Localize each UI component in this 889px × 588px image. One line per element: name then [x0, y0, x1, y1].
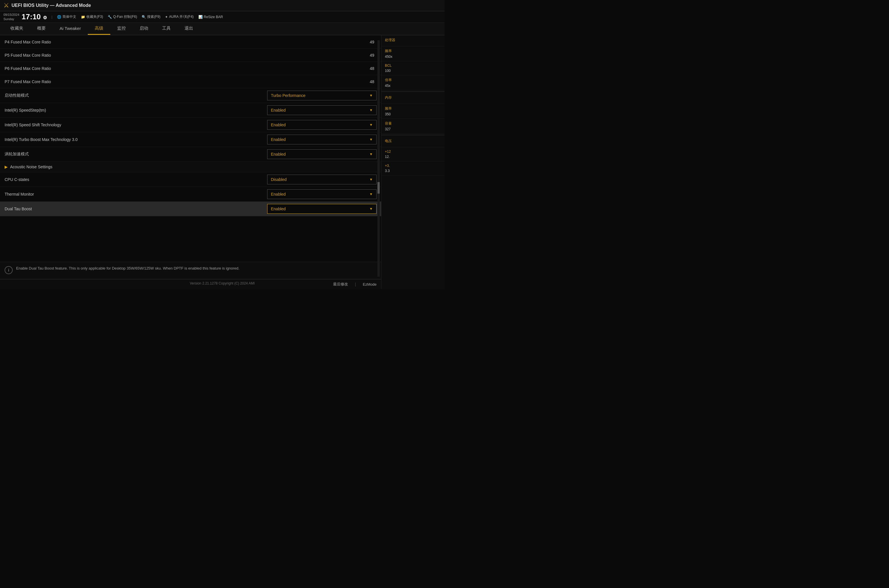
- language-item[interactable]: 🌐 简体中文: [57, 14, 76, 19]
- thermal-monitor-value: Enabled: [271, 192, 286, 196]
- sidebar-12v-section: +12 12.: [381, 147, 444, 161]
- aura-icon: ✦: [165, 15, 168, 19]
- turbo-accel-dropdown[interactable]: Enabled ▼: [267, 149, 376, 159]
- dual-tau-label: Dual Tau Boost: [5, 207, 267, 211]
- turbo-boost-label: Intel(R) Turbo Boost Max Technology 3.0: [5, 137, 267, 142]
- cpu-cstates-label: CPU C-states: [5, 177, 267, 182]
- scroll-bar[interactable]: [378, 40, 380, 277]
- sidebar-capacity-section: 容量 327: [381, 119, 444, 134]
- settings-icon[interactable]: ⚙: [43, 15, 47, 20]
- table-row: Dual Tau Boost Enabled ▼: [0, 202, 381, 216]
- table-row: P7 Fused Max Core Ratio 48: [0, 75, 381, 88]
- nav-tools[interactable]: 工具: [155, 23, 177, 35]
- chevron-down-icon: ▼: [369, 192, 373, 196]
- sidebar-voltage-section: 电压: [381, 136, 444, 147]
- nav-advanced[interactable]: 高级: [88, 23, 110, 35]
- speedstep-value: Enabled: [271, 108, 286, 112]
- time-display: 17:10 ⚙: [22, 12, 47, 21]
- sidebar-3v-section: +3. 3.3: [381, 161, 444, 176]
- last-modified-button[interactable]: 最后修改: [333, 282, 348, 287]
- sidebar-capacity-label: 容量: [385, 121, 441, 126]
- sidebar-multiplier-section: 倍率 45x: [381, 75, 444, 90]
- settings-area: P4 Fused Max Core Ratio 49 P5 Fused Max …: [0, 35, 381, 262]
- speedstep-label: Intel(R) SpeedStep(tm): [5, 108, 267, 112]
- boot-perf-label: 启动性能模式: [5, 93, 267, 98]
- acoustic-section-header[interactable]: ▶ Acoustic Noise Settings: [0, 162, 381, 172]
- sidebar-freq-label: 频率: [385, 49, 441, 54]
- table-row: Intel(R) Speed Shift Technology Enabled …: [0, 118, 381, 132]
- chevron-down-icon: ▼: [369, 108, 373, 112]
- cpu-cstates-value: Disabled: [271, 177, 286, 182]
- p4-value: 49: [353, 40, 376, 44]
- p7-value: 48: [353, 80, 376, 84]
- sidebar-capacity-value: 327: [385, 127, 441, 131]
- table-row: Intel(R) SpeedStep(tm) Enabled ▼: [0, 103, 381, 118]
- table-row: Thermal Monitor Enabled ▼: [0, 187, 381, 202]
- p4-label: P4 Fused Max Core Ratio: [5, 40, 353, 44]
- sidebar-bcl-section: BCL 100: [381, 61, 444, 75]
- sidebar-3v-label: +3.: [385, 164, 441, 168]
- sidebar-cpu-label: 处理器: [385, 38, 441, 43]
- speed-shift-dropdown[interactable]: Enabled ▼: [267, 120, 376, 130]
- sidebar-bcl-value: 100: [385, 69, 441, 73]
- dual-tau-dropdown[interactable]: Enabled ▼: [267, 204, 376, 214]
- sidebar-12v-label: +12: [385, 150, 441, 154]
- resize-bar-item[interactable]: 📊 ReSize BAR: [199, 15, 223, 19]
- sidebar-divider-1: [381, 92, 444, 92]
- turbo-boost-dropdown[interactable]: Enabled ▼: [267, 135, 376, 144]
- sidebar-cpu-section: 处理器: [381, 35, 444, 46]
- sidebar-mem-freq-label: 频率: [385, 106, 441, 111]
- footer-divider: |: [355, 282, 356, 286]
- chevron-down-icon: ▼: [369, 138, 373, 141]
- statusbar: 09/15/2024 Sunday 17:10 ⚙ | 🌐 简体中文 📁 收藏夹…: [0, 11, 444, 23]
- sidebar-mem-freq-value: 350: [385, 112, 441, 116]
- nav-exit[interactable]: 退出: [177, 23, 200, 35]
- nav-favorites[interactable]: 收藏夹: [3, 23, 30, 35]
- nav-ai-tweaker[interactable]: Ai Tweaker: [53, 23, 88, 34]
- scroll-thumb[interactable]: [378, 182, 380, 194]
- statusbar-divider: |: [51, 15, 53, 19]
- boot-perf-value: Turbo Performance: [271, 93, 305, 98]
- sidebar-mem-freq-section: 频率 350: [381, 104, 444, 119]
- table-row: 启动性能模式 Turbo Performance ▼: [0, 88, 381, 103]
- turbo-accel-value: Enabled: [271, 152, 286, 156]
- search-icon: 🔍: [141, 15, 146, 19]
- sidebar-divider-2: [381, 135, 444, 135]
- sidebar-multiplier-value: 45x: [385, 84, 441, 88]
- dual-tau-value: Enabled: [271, 207, 286, 211]
- ez-mode-button[interactable]: EzMode: [363, 282, 376, 286]
- chevron-down-icon: ▼: [369, 152, 373, 156]
- p5-value: 49: [353, 53, 376, 57]
- speed-shift-label: Intel(R) Speed Shift Technology: [5, 123, 267, 127]
- sidebar-3v-value: 3.3: [385, 169, 441, 173]
- left-content: P4 Fused Max Core Ratio 49 P5 Fused Max …: [0, 35, 381, 289]
- p7-label: P7 Fused Max Core Ratio: [5, 80, 353, 84]
- sidebar-12v-value: 12.: [385, 155, 441, 159]
- table-row: Intel(R) Turbo Boost Max Technology 3.0 …: [0, 132, 381, 147]
- nav-monitor[interactable]: 监控: [110, 23, 133, 35]
- right-sidebar: 处理器 频率 450x BCL 100 倍率 45x 内存 频率 350 容量 …: [381, 35, 444, 289]
- cpu-cstates-dropdown[interactable]: Disabled ▼: [267, 175, 376, 184]
- folder-icon: 📁: [81, 15, 85, 19]
- sidebar-freq-section: 频率 450x: [381, 46, 444, 61]
- chevron-down-icon: ▼: [369, 207, 373, 211]
- info-bar: i Enable Dual Tau Boost feature. This is…: [0, 262, 381, 279]
- search-item[interactable]: 🔍 搜索(F9): [141, 14, 160, 19]
- globe-icon: 🌐: [57, 15, 61, 19]
- thermal-monitor-dropdown[interactable]: Enabled ▼: [267, 189, 376, 199]
- boot-perf-dropdown[interactable]: Turbo Performance ▼: [267, 91, 376, 100]
- favorites-item[interactable]: 📁 收藏夹(F3): [81, 14, 103, 19]
- sidebar-freq-value: 450x: [385, 55, 441, 58]
- sidebar-multiplier-label: 倍率: [385, 78, 441, 82]
- nav-overview[interactable]: 概要: [30, 23, 53, 35]
- sidebar-memory-section: 内存: [381, 93, 444, 104]
- aura-item[interactable]: ✦ AURA 开/关(F4): [165, 14, 194, 19]
- speedstep-dropdown[interactable]: Enabled ▼: [267, 105, 376, 115]
- p6-value: 48: [353, 66, 376, 71]
- nav-boot[interactable]: 启动: [133, 23, 155, 35]
- sidebar-voltage-label: 电压: [385, 139, 441, 144]
- acoustic-section-label: Acoustic Noise Settings: [10, 165, 53, 169]
- table-row: 涡轮加速模式 Enabled ▼: [0, 147, 381, 162]
- chevron-down-icon: ▼: [369, 123, 373, 127]
- qfan-item[interactable]: 🔧 Q-Fan 控制(F6): [108, 14, 137, 19]
